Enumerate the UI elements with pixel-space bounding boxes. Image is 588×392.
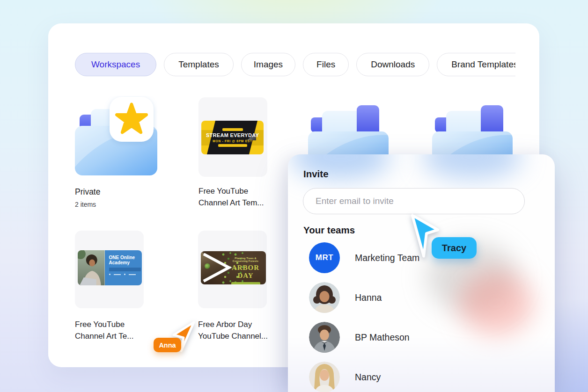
folder-item-count: 2 items <box>75 201 96 208</box>
banner-bullets <box>109 274 142 275</box>
app-background: Workspaces Templates Images Files Downlo… <box>0 0 588 392</box>
tab-workspaces[interactable]: Workspaces <box>75 53 156 76</box>
folder-title: Private <box>75 187 100 197</box>
one-academy-banner: ONE Online Academy <box>78 250 142 285</box>
tracy-cursor-label: Tracy <box>432 237 477 259</box>
avatar-hanna <box>309 282 340 313</box>
team-name: Nancy <box>355 372 381 383</box>
tile-template-stream[interactable]: Free YouTube Channel Art Tem... <box>198 97 269 217</box>
tab-bar: Workspaces Templates Images Files Downlo… <box>75 52 515 77</box>
banner-stripe <box>109 268 141 271</box>
invite-panel: Invite Your teams MRT Marketing Team <box>288 154 555 392</box>
tile-template-one-academy[interactable]: Free YouTube Channel Art Te... <box>75 231 145 348</box>
tile-private-folder[interactable]: Private 2 items <box>75 96 162 215</box>
banner-top-badge <box>222 128 243 131</box>
banner-title: ARBOR DAY <box>227 264 264 280</box>
tab-downloads[interactable]: Downloads <box>356 53 429 76</box>
template-title: Free YouTube Channel Art Tem... <box>198 185 264 209</box>
banner-button <box>231 282 260 284</box>
stream-everyday-banner: STREAM EVERYDAY MON - FRI @ 6PM EST <box>201 121 264 154</box>
invite-heading: Invite <box>303 168 329 180</box>
team-name: Hanna <box>355 292 382 303</box>
template-title: Free Arbor Day YouTube Channel... <box>198 319 268 342</box>
banner-texts: ONE Online Academy <box>105 250 142 285</box>
team-row-hanna[interactable]: Hanna <box>309 282 534 313</box>
banner-title: STREAM EVERYDAY <box>206 132 259 138</box>
banner-subtitle: MON - FRI @ 6PM EST <box>213 139 252 143</box>
avatar-nancy <box>309 362 340 392</box>
team-row-nancy[interactable]: Nancy <box>309 362 534 392</box>
anna-cursor-label: Anna <box>154 338 181 352</box>
team-initials: MRT <box>316 253 333 262</box>
avatar-bp-matheson <box>309 322 340 353</box>
template-title: Free YouTube Channel Art Te... <box>75 319 133 342</box>
banner-title: ONE Online Academy <box>109 255 140 265</box>
team-name: BP Matheson <box>355 332 410 343</box>
arbor-day-banner: Planting Trees & Conserving Forests ARBO… <box>201 251 266 284</box>
folder-starred-icon <box>75 96 157 175</box>
invite-email-input[interactable] <box>303 188 525 214</box>
tab-brand-templates[interactable]: Brand Templates <box>437 53 515 76</box>
banner-texts: Planting Trees & Conserving Forests ARBO… <box>227 257 264 284</box>
your-teams-heading: Your teams <box>303 225 355 236</box>
avatar-marketing-team: MRT <box>309 242 340 273</box>
tile-template-arbor-day[interactable]: Free Arbor Day YouTube Channel... <box>198 231 268 348</box>
banner-bottom-badge <box>218 144 247 147</box>
banner-texts: STREAM EVERYDAY MON - FRI @ 6PM EST <box>201 121 264 154</box>
banner-kicker: Planting Trees & Conserving Forests <box>227 257 264 262</box>
team-row-bp-matheson[interactable]: BP Matheson <box>309 322 534 353</box>
tab-images[interactable]: Images <box>241 53 295 76</box>
woman-laptop-photo <box>78 250 105 285</box>
tab-templates[interactable]: Templates <box>164 53 234 76</box>
tab-files[interactable]: Files <box>303 53 349 76</box>
